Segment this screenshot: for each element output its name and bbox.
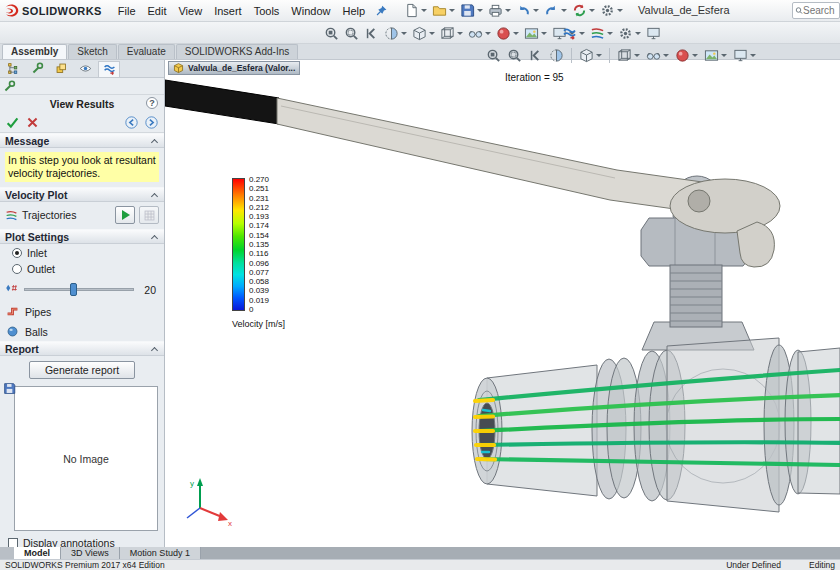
new-document-button[interactable] — [402, 2, 429, 20]
hud-view-settings-button[interactable] — [731, 46, 758, 64]
velocity-legend[interactable]: 0.270 0.251 0.231 0.212 0.193 0.174 0.15… — [232, 178, 269, 314]
next-button[interactable] — [145, 116, 158, 129]
help-icon[interactable]: ? — [146, 97, 158, 109]
hud-section-view-button[interactable] — [547, 46, 566, 64]
panel-tab-strip — [0, 60, 164, 78]
search-icon — [795, 4, 803, 17]
flow-simulation-button[interactable] — [560, 24, 587, 42]
display-annotations-row: Display annotations — [0, 531, 164, 547]
legend-colorbar[interactable] — [232, 178, 245, 311]
pipes-item[interactable]: Pipes — [0, 301, 164, 321]
menu-edit[interactable]: Edit — [142, 3, 173, 19]
menu-file[interactable]: File — [112, 3, 142, 19]
property-manager-tab[interactable] — [26, 61, 48, 77]
page-title: View Results — [50, 98, 115, 110]
menu-insert[interactable]: Insert — [208, 3, 248, 19]
undo-button[interactable] — [514, 2, 541, 20]
panel-subtab-row — [0, 78, 164, 95]
tab-solidworks-add-ins[interactable]: SOLIDWORKS Add-Ins — [176, 44, 298, 59]
trajectory-count-icon — [5, 283, 18, 296]
hud-hide-show-button[interactable] — [644, 46, 671, 64]
outlet-radio[interactable] — [12, 264, 22, 274]
chevron-down-icon — [477, 9, 483, 12]
menu-help[interactable]: Help — [336, 3, 371, 19]
hud-view-orientation-button[interactable] — [577, 46, 604, 64]
redo-icon — [544, 3, 559, 18]
new-document-icon — [404, 3, 419, 18]
plot-options-button[interactable] — [139, 206, 159, 224]
display-annotations-checkbox[interactable] — [8, 538, 18, 547]
simulation-monitor-button[interactable] — [644, 24, 663, 42]
message-group-header[interactable]: Message — [0, 133, 164, 148]
play-icon — [122, 210, 130, 220]
tab-3d-views[interactable]: 3D Views — [61, 547, 120, 559]
previous-view-button[interactable] — [362, 24, 381, 42]
menu-view[interactable]: View — [172, 3, 208, 19]
hud-previous-view-button[interactable] — [526, 46, 545, 64]
flow-wizard-icon[interactable] — [3, 80, 16, 93]
balls-item[interactable]: Balls — [0, 321, 164, 341]
plot-settings-group-header[interactable]: Plot Settings — [0, 229, 164, 244]
display-style-button[interactable] — [438, 24, 465, 42]
collapse-chevron-icon — [151, 235, 158, 242]
simulation-options-button[interactable] — [616, 24, 643, 42]
generate-report-button[interactable]: Generate report — [29, 361, 135, 379]
hud-display-style-button[interactable] — [615, 46, 642, 64]
menu-window[interactable]: Window — [285, 3, 336, 19]
back-button[interactable] — [125, 116, 138, 129]
display-manager-tab[interactable] — [74, 61, 96, 77]
scene-icon — [524, 26, 539, 41]
zoom-to-fit-button[interactable] — [322, 24, 341, 42]
configuration-manager-tab[interactable] — [50, 61, 72, 77]
trajectories-toolbar-button[interactable] — [588, 24, 615, 42]
save-button[interactable] — [458, 2, 485, 20]
zoom-to-area-button[interactable] — [342, 24, 361, 42]
inlet-radio[interactable] — [12, 248, 22, 258]
slider-thumb[interactable] — [70, 283, 77, 296]
play-animation-button[interactable] — [115, 206, 135, 224]
tab-sketch[interactable]: Sketch — [68, 44, 117, 59]
report-group-header[interactable]: Report — [0, 341, 164, 356]
floating-document-titlebar[interactable]: Valvula_de_Esfera (Valor... — [168, 61, 300, 75]
velocity-plot-group-header[interactable]: Velocity Plot — [0, 187, 164, 202]
feature-manager-tab[interactable] — [2, 61, 24, 77]
flow-simulation-tab[interactable] — [98, 61, 120, 77]
slider-value: 20 — [140, 284, 156, 296]
hide-show-items-button[interactable] — [466, 24, 493, 42]
tab-model[interactable]: Model — [14, 547, 61, 559]
options-button[interactable] — [598, 2, 625, 20]
save-image-icon[interactable] — [3, 382, 16, 395]
rebuild-icon — [572, 3, 587, 18]
appearance-ball-icon — [496, 26, 511, 41]
hud-apply-scene-button[interactable] — [702, 46, 729, 64]
redo-button[interactable] — [542, 2, 569, 20]
open-folder-icon — [432, 3, 447, 18]
hud-zoom-to-fit-button[interactable] — [484, 46, 503, 64]
legend-title: Velocity [m/s] — [232, 319, 285, 329]
save-icon — [460, 3, 475, 18]
cancel-button[interactable] — [26, 116, 39, 129]
chevron-down-icon — [561, 9, 567, 12]
search-box[interactable] — [792, 2, 840, 19]
pin-menu-icon[interactable] — [375, 4, 388, 17]
print-button[interactable] — [486, 2, 513, 20]
search-input[interactable] — [803, 5, 837, 16]
hud-edit-appearance-button[interactable] — [673, 46, 700, 64]
ok-button[interactable] — [6, 116, 19, 129]
trajectories-label: Trajectories — [22, 209, 111, 221]
display-annotations-label: Display annotations — [23, 537, 115, 547]
tab-assembly[interactable]: Assembly — [2, 44, 67, 59]
open-button[interactable] — [430, 2, 457, 20]
rebuild-button[interactable] — [570, 2, 597, 20]
tab-motion-study-1[interactable]: Motion Study 1 — [120, 547, 201, 559]
trajectory-count-slider[interactable] — [24, 288, 134, 291]
section-view-button[interactable] — [382, 24, 409, 42]
menu-tools[interactable]: Tools — [248, 3, 286, 19]
panel-title-row: View Results ? — [0, 95, 164, 113]
edit-appearance-button[interactable] — [494, 24, 521, 42]
view-orientation-button[interactable] — [410, 24, 437, 42]
tab-evaluate[interactable]: Evaluate — [118, 44, 175, 59]
hud-zoom-to-area-button[interactable] — [505, 46, 524, 64]
orientation-triad: y x — [187, 478, 232, 528]
apply-scene-button[interactable] — [522, 24, 549, 42]
